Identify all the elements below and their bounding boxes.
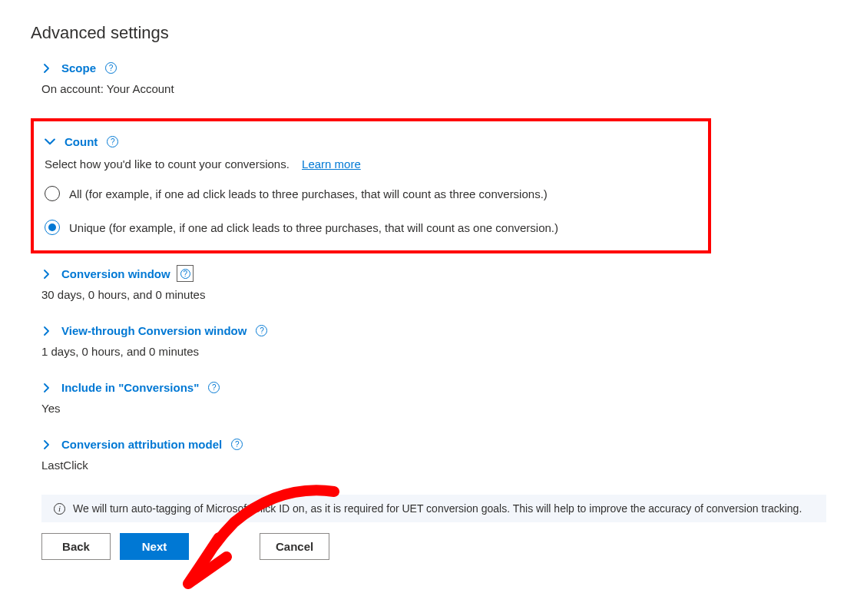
section-include-conversions: Include in "Conversions" ? Yes bbox=[31, 381, 826, 415]
info-banner: i We will turn auto-tagging of Microsoft… bbox=[41, 495, 826, 522]
conversion-window-header[interactable]: Conversion window bbox=[41, 267, 826, 280]
count-label: Count bbox=[65, 135, 98, 148]
chevron-right-icon bbox=[41, 383, 52, 393]
radio-label-all: All (for example, if one ad click leads … bbox=[69, 187, 548, 200]
help-icon[interactable]: ? bbox=[107, 136, 118, 147]
chevron-down-icon bbox=[45, 137, 55, 147]
include-conversions-value: Yes bbox=[41, 402, 826, 415]
chevron-right-icon bbox=[41, 269, 52, 280]
help-icon[interactable] bbox=[180, 268, 191, 280]
view-through-value: 1 days, 0 hours, and 0 minutes bbox=[41, 345, 826, 358]
radio-label-unique: Unique (for example, if one ad click lea… bbox=[69, 221, 558, 234]
button-row: Back Next Cancel bbox=[31, 533, 826, 560]
attribution-model-header[interactable]: Conversion attribution model ? bbox=[41, 438, 826, 451]
help-icon[interactable]: ? bbox=[231, 439, 243, 450]
learn-more-link[interactable]: Learn more bbox=[302, 157, 361, 171]
chevron-right-icon bbox=[41, 63, 52, 74]
section-count: Count ? Select how you'd like to count y… bbox=[31, 118, 711, 253]
chevron-right-icon bbox=[41, 439, 52, 450]
cancel-button[interactable]: Cancel bbox=[260, 533, 329, 560]
help-icon[interactable]: ? bbox=[208, 382, 220, 393]
radio-icon bbox=[45, 186, 60, 201]
include-conversions-header[interactable]: Include in "Conversions" ? bbox=[41, 381, 826, 394]
scope-label: Scope bbox=[61, 61, 96, 75]
help-icon[interactable]: ? bbox=[256, 325, 267, 336]
view-through-label: View-through Conversion window bbox=[61, 324, 247, 337]
include-conversions-label: Include in "Conversions" bbox=[61, 381, 199, 394]
help-icon[interactable]: ? bbox=[105, 62, 117, 74]
section-scope: Scope ? On account: Your Account bbox=[31, 61, 826, 95]
radio-option-unique[interactable]: Unique (for example, if one ad click lea… bbox=[45, 220, 697, 235]
scope-header[interactable]: Scope ? bbox=[41, 61, 826, 75]
info-banner-text: We will turn auto-tagging of Microsoft C… bbox=[73, 502, 802, 515]
attribution-model-label: Conversion attribution model bbox=[61, 438, 222, 451]
count-description: Select how you'd like to count your conv… bbox=[45, 157, 697, 171]
scope-value: On account: Your Account bbox=[41, 82, 826, 95]
conversion-window-value: 30 days, 0 hours, and 0 minutes bbox=[41, 288, 826, 301]
section-attribution-model: Conversion attribution model ? LastClick bbox=[31, 438, 826, 472]
count-header[interactable]: Count ? bbox=[45, 135, 697, 148]
next-button[interactable]: Next bbox=[120, 533, 189, 560]
info-icon: i bbox=[54, 503, 65, 515]
radio-icon-selected bbox=[45, 220, 60, 235]
radio-option-all[interactable]: All (for example, if one ad click leads … bbox=[45, 186, 697, 201]
back-button[interactable]: Back bbox=[41, 533, 111, 560]
section-view-through: View-through Conversion window ? 1 days,… bbox=[31, 324, 826, 358]
conversion-window-label: Conversion window bbox=[61, 267, 170, 280]
page-title: Advanced settings bbox=[31, 23, 826, 43]
section-conversion-window: Conversion window 30 days, 0 hours, and … bbox=[31, 267, 826, 301]
count-radio-group: All (for example, if one ad click leads … bbox=[45, 186, 697, 235]
view-through-header[interactable]: View-through Conversion window ? bbox=[41, 324, 826, 337]
attribution-model-value: LastClick bbox=[41, 459, 826, 472]
chevron-right-icon bbox=[41, 326, 52, 336]
